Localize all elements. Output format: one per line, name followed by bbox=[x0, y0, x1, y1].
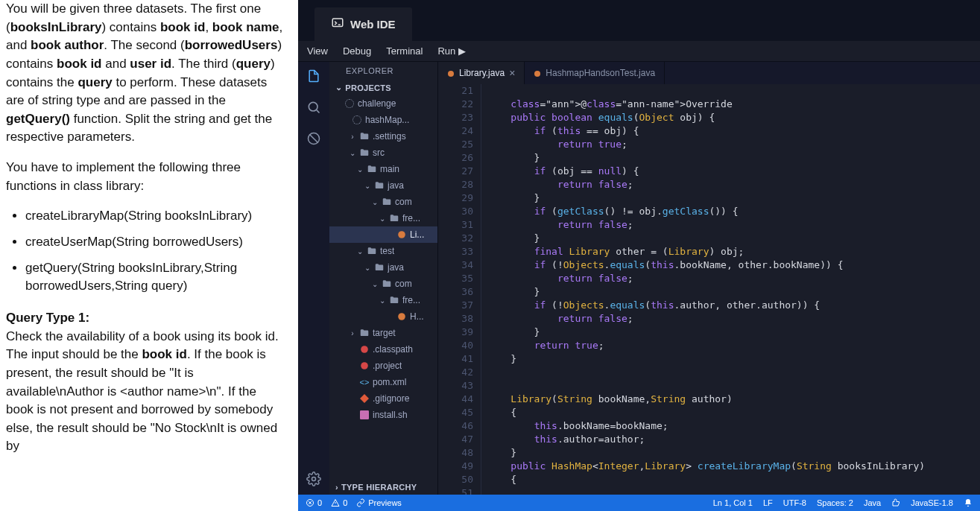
tree-item-installsh[interactable]: install.sh bbox=[329, 407, 437, 423]
projects-section[interactable]: ⌄ PROJECTS bbox=[329, 80, 437, 95]
tree-item-label: java bbox=[388, 262, 404, 273]
tree-item-label: java bbox=[388, 180, 404, 191]
errors-count[interactable]: 0 bbox=[306, 498, 322, 507]
cursor-position[interactable]: Ln 1, Col 1 bbox=[713, 498, 753, 507]
folder-icon bbox=[358, 147, 370, 159]
jdk-version[interactable]: JavaSE-1.8 bbox=[911, 498, 953, 507]
chevron-icon: › bbox=[349, 329, 356, 337]
tree-item-project[interactable]: .project bbox=[329, 358, 437, 374]
menu-view[interactable]: View bbox=[307, 45, 328, 57]
query-type-1: Query Type 1: Check the availability of … bbox=[6, 309, 287, 456]
svg-rect-0 bbox=[332, 19, 343, 27]
chevron-icon: ⌄ bbox=[379, 215, 386, 223]
gear-icon[interactable] bbox=[304, 469, 323, 489]
tab-label: HashmapHandsonTest.java bbox=[546, 68, 655, 78]
thumbs-up-icon[interactable] bbox=[891, 498, 900, 507]
tree-item-src[interactable]: ⌄src bbox=[329, 145, 437, 161]
tree-item-challenge[interactable]: challenge bbox=[329, 95, 437, 112]
encoding[interactable]: UTF-8 bbox=[783, 498, 806, 507]
tree-item-com[interactable]: ⌄com bbox=[329, 194, 437, 210]
chevron-icon: ⌄ bbox=[356, 247, 364, 256]
menu-terminal[interactable]: Terminal bbox=[386, 45, 423, 57]
tree-item-label: install.sh bbox=[373, 410, 408, 420]
explorer-icon[interactable] bbox=[304, 66, 323, 86]
file-tree: challengehashMap...›.settings⌄src⌄main⌄j… bbox=[329, 95, 437, 480]
folder-icon bbox=[388, 294, 400, 306]
function-list: createLibraryMap(String booksInLibrary) … bbox=[25, 207, 287, 296]
menu-debug[interactable]: Debug bbox=[343, 45, 371, 57]
tab-label: Library.java bbox=[459, 68, 505, 78]
type-hierarchy-section[interactable]: › TYPE HIERARCHY bbox=[329, 480, 437, 495]
tab-library-java[interactable]: Library.java × bbox=[438, 62, 525, 84]
tree-item-h[interactable]: H... bbox=[329, 308, 437, 325]
tree-item-test[interactable]: ⌄test bbox=[329, 243, 437, 259]
tree-item-label: main bbox=[380, 164, 399, 174]
tree-item-fre[interactable]: ⌄fre... bbox=[329, 210, 437, 226]
tree-item-label: .gitignore bbox=[373, 393, 409, 404]
java-icon bbox=[447, 69, 455, 77]
bell-icon[interactable] bbox=[964, 498, 973, 507]
svg-point-5 bbox=[398, 313, 405, 320]
chevron-icon: ⌄ bbox=[349, 149, 356, 157]
tree-item-classpath[interactable]: .classpath bbox=[329, 341, 437, 358]
tree-item-label: .project bbox=[373, 361, 402, 371]
editor-tabs: Library.java × HashmapHandsonTest.java bbox=[438, 62, 980, 84]
tree-item-target[interactable]: ›target bbox=[329, 325, 437, 341]
tree-item-hashmap[interactable]: hashMap... bbox=[329, 112, 437, 128]
chevron-right-icon: › bbox=[335, 483, 338, 492]
ide-body: EXPLORER ⌄ PROJECTS challengehashMap...›… bbox=[298, 62, 980, 495]
tree-item-java[interactable]: ⌄java bbox=[329, 177, 437, 194]
debug-icon[interactable] bbox=[304, 129, 323, 148]
paragraph-2: You have to implement the following thre… bbox=[6, 159, 287, 195]
tree-item-label: com bbox=[395, 197, 412, 207]
explorer-sidebar: EXPLORER ⌄ PROJECTS challengehashMap...›… bbox=[329, 62, 438, 495]
tree-item-label: .classpath bbox=[373, 344, 413, 355]
indent-setting[interactable]: Spaces: 2 bbox=[817, 498, 853, 507]
line-ending[interactable]: LF bbox=[763, 498, 773, 507]
tree-item-label: pom.xml bbox=[373, 377, 406, 387]
java-icon bbox=[396, 311, 408, 323]
tree-item-java[interactable]: ⌄java bbox=[329, 259, 437, 276]
tree-item-label: src bbox=[373, 147, 385, 158]
svg-point-1 bbox=[309, 102, 317, 111]
svg-point-7 bbox=[361, 362, 368, 369]
folder-icon bbox=[358, 130, 370, 142]
tree-item-label: com bbox=[395, 279, 412, 289]
tree-item-li[interactable]: Li... bbox=[329, 226, 437, 243]
tab-hashmap-test-java[interactable]: HashmapHandsonTest.java bbox=[525, 62, 665, 84]
error-icon bbox=[306, 498, 314, 507]
list-item: createUserMap(String borrowedUsers) bbox=[25, 233, 287, 252]
tree-item-com[interactable]: ⌄com bbox=[329, 276, 437, 292]
chevron-icon: ⌄ bbox=[371, 280, 379, 288]
tree-item-label: challenge bbox=[358, 98, 396, 109]
ide-title: Web IDE bbox=[350, 18, 396, 31]
chevron-down-icon: ⌄ bbox=[335, 83, 342, 92]
tree-item-label: test bbox=[380, 246, 394, 256]
language-mode[interactable]: Java bbox=[864, 498, 881, 507]
tree-item-label: Li... bbox=[410, 229, 424, 240]
code-area[interactable]: 2122232425262728293031323334353637383940… bbox=[438, 84, 980, 495]
tree-item-main[interactable]: ⌄main bbox=[329, 161, 437, 177]
svg-point-6 bbox=[361, 346, 368, 353]
folder-icon bbox=[366, 245, 378, 257]
list-item: createLibraryMap(String booksInLibrary) bbox=[25, 207, 287, 226]
warnings-count[interactable]: 0 bbox=[331, 498, 347, 507]
close-icon[interactable]: × bbox=[509, 67, 515, 79]
folder-icon bbox=[373, 261, 385, 273]
folder-icon bbox=[358, 327, 370, 339]
tree-item-pomxml[interactable]: <>pom.xml bbox=[329, 374, 437, 390]
tree-item-gitignore[interactable]: .gitignore bbox=[329, 390, 437, 407]
editor-area: Library.java × HashmapHandsonTest.java 2… bbox=[438, 62, 980, 495]
status-bar: 0 0 Previews Ln 1, Col 1 LF UTF-8 Spaces… bbox=[298, 495, 980, 511]
ide-title-tab[interactable]: Web IDE bbox=[314, 7, 412, 41]
tree-item-label: H... bbox=[410, 311, 424, 322]
tree-item-label: target bbox=[373, 328, 396, 338]
menu-run[interactable]: Run ▶ bbox=[437, 45, 465, 57]
tree-item-fre[interactable]: ⌄fre... bbox=[329, 292, 437, 308]
search-icon[interactable] bbox=[304, 98, 323, 117]
previews-button[interactable]: Previews bbox=[356, 498, 402, 507]
svg-rect-8 bbox=[360, 410, 369, 419]
code-body[interactable]: class="ann">@class="ann-name">Override p… bbox=[481, 84, 980, 495]
tree-item-settings[interactable]: ›.settings bbox=[329, 128, 437, 145]
xml-icon: <> bbox=[358, 376, 370, 388]
